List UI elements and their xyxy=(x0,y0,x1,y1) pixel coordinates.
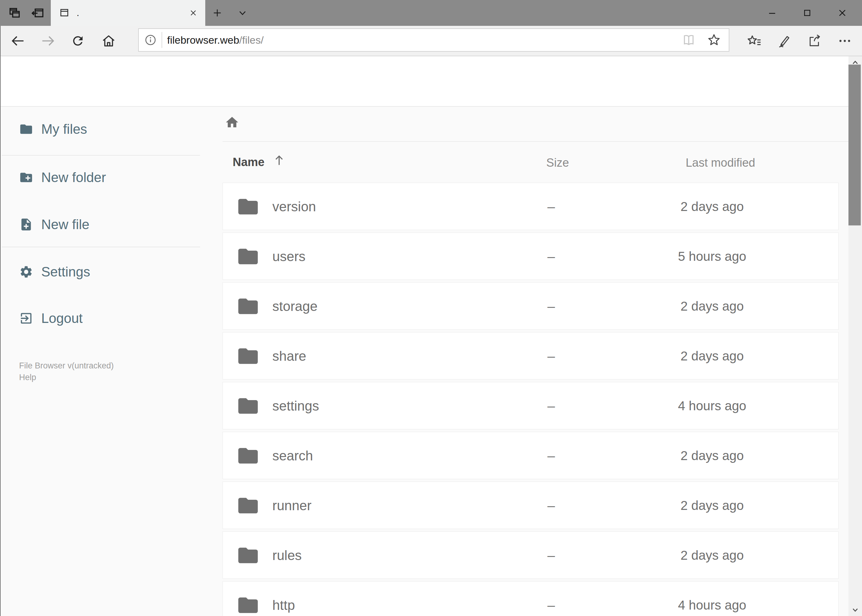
logout-icon xyxy=(19,311,33,325)
titlebar: . xyxy=(0,0,862,26)
sidebar-item-label: Settings xyxy=(41,264,90,280)
help-link[interactable]: Help xyxy=(19,371,114,383)
sidebar-item-settings[interactable]: Settings xyxy=(0,258,216,285)
sidebar-item-label: Logout xyxy=(41,311,83,326)
file-name: http xyxy=(273,581,295,616)
column-header-modified[interactable]: Last modified xyxy=(674,156,767,170)
forward-button[interactable] xyxy=(35,26,61,56)
file-name: users xyxy=(273,233,306,280)
breadcrumb-divider xyxy=(222,141,848,142)
sort-ascending-arrow-icon[interactable] xyxy=(272,153,286,168)
app-version-text: File Browser v(untracked) xyxy=(19,360,114,371)
file-row[interactable]: version – 2 days ago xyxy=(222,183,838,230)
folder-icon xyxy=(236,394,260,418)
back-button[interactable] xyxy=(4,26,32,56)
scrollbar-down-arrow[interactable] xyxy=(848,604,862,616)
file-row[interactable]: settings – 4 hours ago xyxy=(222,382,838,429)
file-size: – xyxy=(514,532,588,579)
refresh-button[interactable] xyxy=(64,26,91,56)
favorites-star-icon[interactable] xyxy=(707,33,721,47)
home-button[interactable] xyxy=(95,26,122,56)
file-modified: 2 days ago xyxy=(666,532,758,579)
sidebar-item-logout[interactable]: Logout xyxy=(0,305,216,332)
more-options-icon[interactable] xyxy=(831,26,858,56)
set-tabs-aside-icon[interactable] xyxy=(29,0,46,26)
share-icon[interactable] xyxy=(801,26,828,56)
new-tab-button[interactable] xyxy=(209,0,226,26)
file-name: storage xyxy=(273,283,318,330)
file-row[interactable]: http – 4 hours ago xyxy=(222,581,838,616)
folder-icon xyxy=(236,494,260,517)
file-listing: version – 2 days ago users – 5 hours ago… xyxy=(222,183,838,616)
address-separator xyxy=(162,32,162,48)
file-modified: 4 hours ago xyxy=(666,382,758,430)
file-name: share xyxy=(273,332,306,380)
file-size: – xyxy=(514,183,588,230)
reading-view-icon[interactable] xyxy=(681,33,696,47)
url-host: filebrowser.web xyxy=(167,34,239,46)
file-size: – xyxy=(514,482,588,529)
settings-gear-icon xyxy=(19,265,33,279)
file-row[interactable]: storage – 2 days ago xyxy=(222,282,838,330)
file-modified: 2 days ago xyxy=(666,432,758,479)
tab-favicon-icon xyxy=(59,7,70,19)
file-size: – xyxy=(514,233,588,280)
window-minimize-button[interactable] xyxy=(758,0,786,26)
file-size: – xyxy=(514,382,588,430)
tab-title: . xyxy=(77,8,79,18)
file-size: – xyxy=(514,332,588,380)
sidebar-item-my-files[interactable]: My files xyxy=(0,116,216,143)
tabs-set-aside-view-icon[interactable] xyxy=(6,0,24,26)
column-header-size[interactable]: Size xyxy=(527,156,588,170)
annotate-pen-icon[interactable] xyxy=(771,26,798,56)
column-header-name[interactable]: Name xyxy=(233,156,265,169)
folder-icon xyxy=(236,295,260,318)
window-close-button[interactable] xyxy=(828,0,857,26)
favorites-hub-icon[interactable] xyxy=(741,26,768,56)
file-row[interactable]: runner – 2 days ago xyxy=(222,482,838,529)
file-size: – xyxy=(514,581,588,616)
folder-icon xyxy=(236,544,260,567)
window-maximize-button[interactable] xyxy=(793,0,822,26)
folder-icon xyxy=(236,245,260,268)
folder-icon xyxy=(236,344,260,368)
tab-list-chevron-icon[interactable] xyxy=(233,0,252,26)
tab-close-icon[interactable] xyxy=(189,8,198,17)
url-path: /files/ xyxy=(239,34,263,46)
scrollbar-thumb[interactable] xyxy=(848,64,861,225)
scrollbar-up-arrow[interactable] xyxy=(848,56,862,69)
file-name: runner xyxy=(273,482,312,529)
file-name: settings xyxy=(273,382,319,430)
file-modified: 2 days ago xyxy=(666,482,758,529)
file-modified: 5 hours ago xyxy=(666,233,758,280)
file-name: rules xyxy=(273,532,302,579)
sidebar-item-label: New file xyxy=(41,217,90,232)
folder-icon xyxy=(236,444,260,467)
file-modified: 2 days ago xyxy=(666,183,758,230)
window-border xyxy=(0,26,1,616)
browser-tab[interactable]: . xyxy=(51,0,205,26)
file-row[interactable]: share – 2 days ago xyxy=(222,332,838,380)
file-size: – xyxy=(514,432,588,479)
file-name: search xyxy=(273,432,313,479)
file-modified: 4 hours ago xyxy=(666,581,758,616)
folder-icon xyxy=(236,195,260,218)
file-row[interactable]: search – 2 days ago xyxy=(222,432,838,479)
file-size: – xyxy=(514,283,588,330)
sidebar-item-new-file[interactable]: New file xyxy=(0,211,216,238)
sidebar-divider xyxy=(2,155,200,156)
browser-window: . xyxy=(0,0,862,616)
sidebar-item-label: New folder xyxy=(41,170,106,185)
new-folder-icon xyxy=(19,170,33,184)
sidebar-item-new-folder[interactable]: New folder xyxy=(0,164,216,191)
file-row[interactable]: users – 5 hours ago xyxy=(222,233,838,280)
breadcrumb-home-icon[interactable] xyxy=(225,115,240,130)
address-bar[interactable]: filebrowser.web/files/ xyxy=(138,28,730,52)
new-file-icon xyxy=(19,217,33,232)
sidebar-divider xyxy=(2,247,200,247)
file-name: version xyxy=(273,183,316,230)
file-row[interactable]: rules – 2 days ago xyxy=(222,531,838,579)
site-info-icon[interactable] xyxy=(144,33,157,47)
url-text[interactable]: filebrowser.web/files/ xyxy=(167,34,681,46)
folder-icon xyxy=(236,594,260,616)
